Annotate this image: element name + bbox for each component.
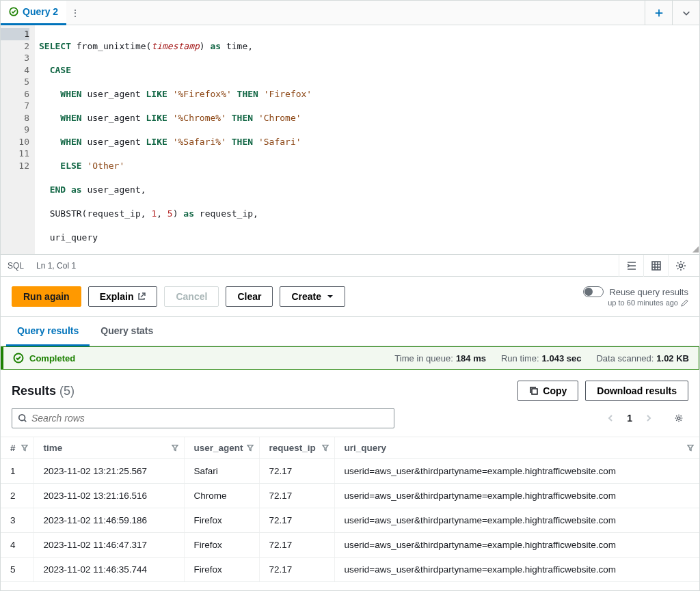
sql-editor[interactable]: 123456789101112 SELECT from_unixtime(tim…	[1, 25, 699, 255]
create-label: Create	[291, 291, 321, 302]
pager-page: 1	[627, 413, 632, 424]
pencil-icon[interactable]	[681, 299, 688, 307]
query-toolbar: Run again Explain Cancel Clear Create Re…	[1, 277, 699, 317]
format-button[interactable]	[619, 255, 643, 277]
cursor-position: Ln 1, Col 1	[36, 261, 76, 271]
editor-tab-bar: Query 2 ⋮	[1, 1, 699, 25]
pager: 1	[601, 409, 688, 428]
reuse-toggle[interactable]	[583, 286, 604, 297]
chevron-right-icon	[645, 414, 653, 422]
svg-point-6	[677, 417, 680, 420]
table-body: 12023-11-02 13:21:25.567Safari72.17useri…	[1, 459, 699, 582]
cancel-button: Cancel	[164, 286, 219, 307]
table-row[interactable]: 12023-11-02 13:21:25.567Safari72.17useri…	[1, 459, 699, 484]
col-index[interactable]: #	[1, 437, 33, 459]
col-uri-query[interactable]: uri_query	[334, 437, 699, 459]
gear-icon	[675, 260, 686, 271]
reuse-results-control: Reuse query results up to 60 minutes ago	[583, 286, 688, 307]
status-bar: Completed Time in queue:184 ms Run time:…	[1, 346, 699, 370]
filter-icon	[172, 444, 178, 451]
table-row[interactable]: 42023-11-02 11:46:47.317Firefox72.17user…	[1, 533, 699, 558]
metric-runtime: Run time:1.043 sec	[501, 353, 581, 363]
table-header-row: # time user_agent request_ip uri_query	[1, 437, 699, 459]
plus-icon	[654, 8, 664, 18]
col-user-agent[interactable]: user_agent	[184, 437, 259, 459]
table-row[interactable]: 52023-11-02 11:46:35.744Firefox72.17user…	[1, 558, 699, 582]
svg-point-2	[679, 264, 682, 267]
filter-icon	[322, 444, 329, 451]
tab-query2[interactable]: Query 2	[1, 1, 66, 25]
add-tab-button[interactable]	[645, 1, 672, 25]
create-button[interactable]: Create	[280, 286, 345, 307]
filter-icon	[247, 444, 254, 451]
col-time[interactable]: time	[33, 437, 184, 459]
check-circle-icon	[9, 7, 18, 16]
explain-label: Explain	[100, 291, 134, 302]
caret-down-icon	[327, 293, 334, 300]
check-circle-icon	[13, 353, 24, 363]
download-results-button[interactable]: Download results	[585, 381, 688, 401]
table-row[interactable]: 32023-11-02 11:46:59.186Firefox72.17user…	[1, 508, 699, 533]
svg-rect-4	[532, 389, 537, 394]
pager-next[interactable]	[639, 409, 658, 428]
col-request-ip[interactable]: request_ip	[259, 437, 334, 459]
chevron-left-icon	[606, 414, 615, 422]
editor-status-strip: SQL Ln 1, Col 1	[1, 255, 699, 277]
run-again-button[interactable]: Run again	[12, 286, 81, 307]
language-indicator: SQL	[8, 261, 24, 271]
filter-icon	[21, 444, 28, 451]
chevron-down-icon	[682, 8, 691, 18]
search-input[interactable]	[31, 413, 388, 424]
table-settings-button[interactable]	[669, 409, 688, 428]
search-icon	[18, 413, 27, 423]
results-title: Results (5)	[12, 384, 75, 398]
clear-button[interactable]: Clear	[226, 286, 273, 307]
results-table: # time user_agent request_ip uri_query 1…	[1, 437, 699, 582]
result-tabs: Query results Query stats	[1, 317, 699, 346]
filter-icon	[687, 444, 694, 451]
reuse-sublabel: up to 60 minutes ago	[608, 299, 678, 307]
status-completed: Completed	[29, 353, 75, 363]
settings-button[interactable]	[668, 255, 692, 277]
gear-icon	[675, 414, 683, 422]
svg-point-5	[19, 415, 25, 421]
tab-label: Query 2	[23, 6, 58, 17]
tab-dropdown-button[interactable]	[672, 1, 699, 25]
explain-button[interactable]: Explain	[88, 286, 158, 307]
line-gutter: 123456789101112	[1, 25, 35, 254]
external-link-icon	[137, 292, 146, 301]
tab-query-results[interactable]: Query results	[6, 317, 90, 346]
search-box[interactable]	[12, 408, 394, 428]
grid-button[interactable]	[643, 255, 668, 277]
metric-scanned: Data scanned:1.02 KB	[596, 353, 689, 363]
tab-menu-button[interactable]: ⋮	[66, 8, 84, 18]
reuse-label: Reuse query results	[609, 287, 688, 297]
grid-icon	[651, 260, 662, 271]
copy-button[interactable]: Copy	[517, 381, 578, 401]
code-area[interactable]: SELECT from_unixtime(timestamp) as time,…	[35, 25, 699, 254]
results-header: Results (5) Copy Download results	[1, 370, 699, 408]
search-row: 1	[1, 408, 699, 437]
indent-icon	[626, 260, 637, 271]
results-table-wrap: # time user_agent request_ip uri_query 1…	[1, 437, 699, 582]
table-row[interactable]: 22023-11-02 13:21:16.516Chrome72.17useri…	[1, 484, 699, 508]
copy-icon	[529, 386, 539, 396]
pager-prev[interactable]	[601, 409, 620, 428]
svg-rect-1	[652, 262, 660, 270]
metric-queue: Time in queue:184 ms	[394, 353, 486, 363]
tab-query-stats[interactable]: Query stats	[90, 317, 164, 346]
